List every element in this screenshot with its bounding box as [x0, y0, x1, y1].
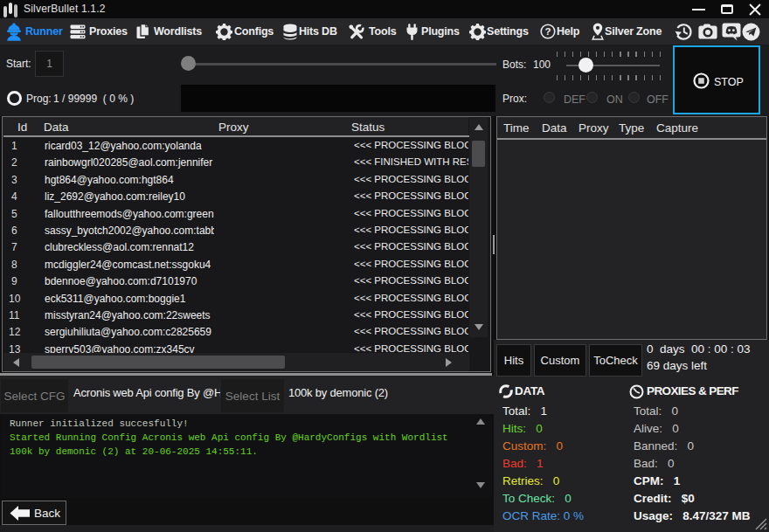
- svg-text:?: ?: [544, 26, 551, 37]
